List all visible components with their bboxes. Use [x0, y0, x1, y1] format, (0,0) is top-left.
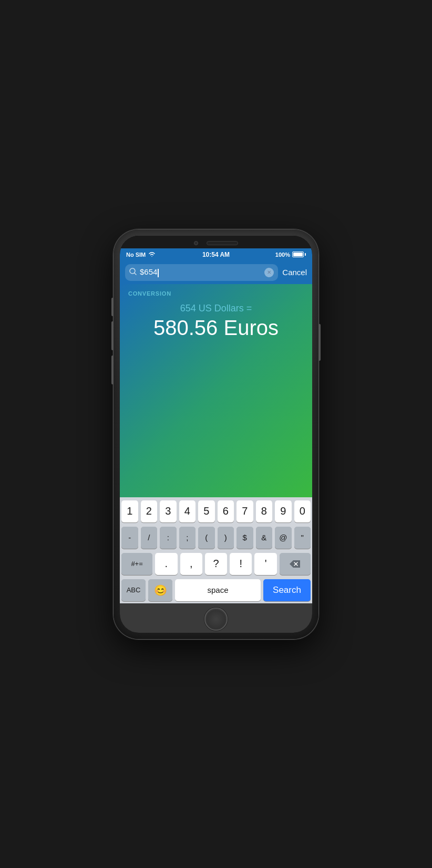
key-8[interactable]: 8	[256, 500, 273, 522]
search-value: $654	[140, 267, 261, 277]
key-period[interactable]: .	[155, 553, 177, 575]
phone-frame: No SIM 10:54 AM 100%	[114, 229, 318, 639]
key-slash[interactable]: /	[141, 527, 158, 549]
cancel-button[interactable]: Cancel	[282, 268, 307, 277]
key-emoji[interactable]: 😊	[148, 579, 172, 601]
speaker-grille	[207, 241, 238, 245]
key-space[interactable]: space	[175, 579, 261, 601]
conversion-from: 654 US Dollars =	[128, 303, 304, 314]
volume-down-button	[111, 355, 114, 384]
key-exclamation[interactable]: !	[230, 553, 252, 575]
key-colon[interactable]: :	[160, 527, 177, 549]
home-button[interactable]	[204, 608, 228, 631]
status-bar: No SIM 10:54 AM 100%	[120, 248, 312, 261]
status-left: No SIM	[126, 252, 156, 258]
keyboard: 1 2 3 4 5 6 7 8 9 0 - / : ; ( ) $ &	[120, 497, 312, 603]
key-ampersand[interactable]: &	[256, 527, 273, 549]
battery-percent: 100%	[275, 252, 290, 258]
key-abc[interactable]: ABC	[121, 579, 146, 601]
key-dollar[interactable]: $	[236, 527, 253, 549]
keyboard-row-symbols: - / : ; ( ) $ & @ "	[121, 527, 311, 549]
key-semicolon[interactable]: ;	[179, 527, 196, 549]
clear-button[interactable]: ✕	[264, 268, 274, 277]
phone-top-hardware	[120, 236, 312, 248]
key-comma[interactable]: ,	[180, 553, 202, 575]
search-button[interactable]: Search	[263, 579, 311, 601]
search-bar-container: $654 ✕ Cancel	[120, 261, 312, 284]
volume-up-button	[111, 321, 114, 350]
key-apostrophe[interactable]: '	[254, 553, 276, 575]
search-input-field[interactable]: $654 ✕	[125, 264, 278, 281]
conversion-section-label: CONVERSION	[128, 290, 304, 297]
wifi-icon	[148, 252, 156, 258]
key-4[interactable]: 4	[179, 500, 196, 522]
battery-icon	[292, 252, 306, 257]
key-dash[interactable]: -	[121, 527, 138, 549]
backspace-key[interactable]	[280, 553, 311, 575]
key-9[interactable]: 9	[275, 500, 292, 522]
key-question[interactable]: ?	[205, 553, 227, 575]
key-0[interactable]: 0	[294, 500, 311, 522]
key-at[interactable]: @	[275, 527, 292, 549]
key-2[interactable]: 2	[141, 500, 158, 522]
key-hashtag-equals[interactable]: #+=	[121, 553, 152, 575]
conversion-area: CONVERSION 654 US Dollars = 580.56 Euros	[120, 284, 312, 497]
phone-screen: No SIM 10:54 AM 100%	[120, 236, 312, 633]
conversion-to: 580.56 Euros	[128, 316, 304, 340]
keyboard-row-numbers: 1 2 3 4 5 6 7 8 9 0	[121, 500, 311, 522]
svg-line-1	[135, 273, 136, 275]
carrier-label: No SIM	[126, 252, 146, 258]
keyboard-row-bottom: ABC 😊 space Search	[121, 579, 311, 601]
key-open-paren[interactable]: (	[198, 527, 215, 549]
keyboard-row-more-symbols: #+= . , ? ! '	[121, 553, 311, 575]
home-button-area	[120, 603, 312, 633]
power-button	[318, 324, 321, 361]
search-icon	[129, 268, 137, 277]
status-right: 100%	[275, 252, 306, 258]
key-6[interactable]: 6	[218, 500, 234, 522]
key-3[interactable]: 3	[160, 500, 177, 522]
key-5[interactable]: 5	[198, 500, 215, 522]
key-1[interactable]: 1	[121, 500, 138, 522]
key-quote[interactable]: "	[294, 527, 311, 549]
status-time: 10:54 AM	[202, 251, 230, 258]
front-camera	[194, 241, 198, 245]
key-7[interactable]: 7	[236, 500, 253, 522]
key-close-paren[interactable]: )	[218, 527, 234, 549]
